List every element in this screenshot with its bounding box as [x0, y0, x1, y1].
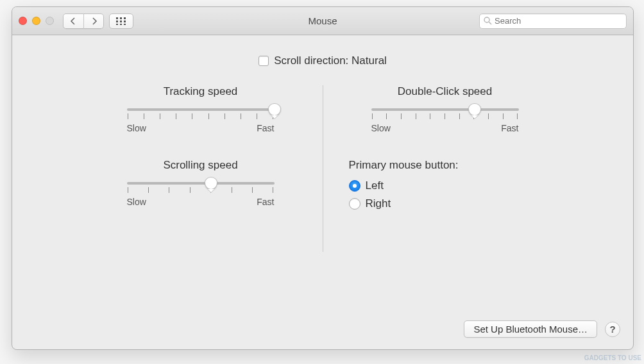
right-column: Double-Click speed Slow Fast Primary mou…: [323, 85, 567, 252]
primary-button-right-label: Right: [366, 197, 391, 210]
tracking-speed-slider[interactable]: Slow Fast: [127, 108, 275, 133]
double-click-fast-label: Fast: [501, 123, 518, 133]
window-controls: [19, 17, 54, 25]
titlebar: Mouse: [12, 7, 633, 35]
svg-rect-2: [124, 17, 126, 19]
scrolling-speed-slider[interactable]: Slow Fast: [127, 182, 275, 207]
chevron-right-icon: [91, 17, 97, 25]
double-click-slow-label: Slow: [371, 123, 391, 133]
columns: Tracking speed Slow Fast Scrolling speed: [31, 85, 614, 252]
scroll-direction-label: Scroll direction: Natural: [274, 54, 387, 67]
scrolling-fast-label: Fast: [257, 197, 274, 207]
double-click-speed-title: Double-Click speed: [349, 85, 541, 98]
svg-rect-6: [116, 24, 118, 25]
search-icon: [484, 17, 492, 25]
scroll-direction-row: Scroll direction: Natural: [31, 54, 614, 67]
scrolling-speed-group: Scrolling speed Slow Fast: [105, 159, 297, 207]
footer: Set Up Bluetooth Mouse… ?: [464, 320, 620, 338]
primary-button-left-label: Left: [366, 179, 384, 192]
primary-button-left-radio[interactable]: [349, 180, 360, 192]
minimize-window-button[interactable]: [32, 17, 40, 25]
svg-rect-3: [116, 21, 118, 22]
svg-line-10: [489, 22, 491, 24]
search-input[interactable]: [495, 16, 622, 26]
tracking-fast-label: Fast: [257, 123, 274, 133]
watermark: GADGETS TO USE: [584, 354, 641, 361]
double-click-speed-group: Double-Click speed Slow Fast: [349, 85, 541, 133]
svg-point-9: [484, 17, 489, 22]
setup-bluetooth-mouse-button[interactable]: Set Up Bluetooth Mouse…: [464, 320, 597, 338]
scrolling-slow-label: Slow: [127, 197, 146, 207]
tracking-slow-label: Slow: [127, 123, 146, 133]
scroll-direction-checkbox[interactable]: [258, 56, 269, 66]
primary-button-title: Primary mouse button:: [349, 159, 541, 172]
show-all-button[interactable]: [109, 13, 133, 29]
zoom-window-button[interactable]: [46, 17, 54, 25]
close-window-button[interactable]: [19, 17, 27, 25]
primary-button-right-row[interactable]: Right: [349, 197, 541, 210]
back-button[interactable]: [63, 13, 83, 29]
primary-button-left-row[interactable]: Left: [349, 179, 541, 192]
left-column: Tracking speed Slow Fast Scrolling speed: [79, 85, 323, 252]
primary-button-right-radio[interactable]: [349, 198, 360, 210]
primary-mouse-button-group: Primary mouse button: Left Right: [349, 159, 541, 210]
tracking-speed-group: Tracking speed Slow Fast: [105, 85, 297, 133]
forward-button[interactable]: [83, 13, 104, 29]
svg-rect-1: [120, 17, 122, 19]
svg-rect-8: [124, 24, 126, 25]
double-click-speed-slider[interactable]: Slow Fast: [371, 108, 519, 133]
chevron-left-icon: [70, 17, 76, 25]
svg-rect-4: [120, 21, 122, 22]
search-field[interactable]: [479, 13, 627, 29]
help-button[interactable]: ?: [605, 322, 620, 337]
svg-rect-5: [124, 21, 126, 22]
svg-rect-7: [120, 24, 122, 25]
grid-icon: [116, 17, 126, 25]
content-area: Scroll direction: Natural Tracking speed…: [12, 35, 633, 349]
tracking-speed-title: Tracking speed: [105, 85, 297, 98]
nav-segmented-control: [63, 13, 104, 29]
preferences-window: Mouse Scroll direction: Natural Tracking…: [12, 6, 634, 350]
svg-rect-0: [116, 17, 118, 19]
scrolling-speed-title: Scrolling speed: [105, 159, 297, 172]
window-title: Mouse: [308, 15, 337, 26]
